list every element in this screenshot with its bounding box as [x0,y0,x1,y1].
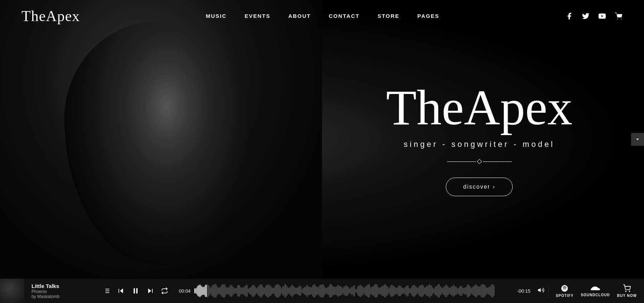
waveform-bar [380,287,381,294]
waveform-bar [209,286,210,295]
nav-item-contact[interactable]: CONTACT [329,13,360,19]
cart-nav-icon[interactable] [615,12,623,20]
nav-item-pages[interactable]: PAGES [418,13,439,19]
waveform-bar [259,285,259,296]
waveform-bar [308,287,309,295]
waveform-bar [337,285,338,296]
waveform-bar [339,286,340,296]
waveform-bar [439,284,440,298]
facebook-icon[interactable] [565,12,573,20]
divider-diamond [477,159,482,164]
nav-link-events[interactable]: EVENTS [245,13,270,19]
waveform-bar [305,287,306,295]
waveform-bar [415,286,416,295]
waveform-bar [347,286,347,296]
youtube-icon[interactable] [598,12,606,20]
waveform-bar [252,285,253,297]
waveform-bar [214,284,214,298]
waveform-bar [482,284,483,298]
waveform-bar [434,289,434,293]
waveform-bar [338,285,339,297]
waveform-bar [297,287,298,295]
waveform-bar [243,288,243,294]
waveform-bar [323,284,324,297]
waveform-bar [418,288,418,293]
waveform-bar [325,288,326,294]
waveform[interactable] [194,284,514,298]
volume-icon[interactable] [534,287,548,295]
waveform-bar [204,287,205,295]
waveform-bar [289,288,289,294]
hero-content: TheApex singer - songwriter - model disc… [386,83,572,196]
waveform-bar [321,285,322,297]
waveform-bar [196,287,197,294]
waveform-bar [270,286,271,296]
waveform-bar [222,284,223,297]
prev-icon[interactable] [117,287,125,294]
waveform-bar [257,288,257,293]
nav-item-music[interactable]: MUSIC [206,13,226,19]
waveform-bar [389,288,389,294]
waveform-bar [202,287,203,295]
waveform-bar [277,284,278,298]
soundcloud-label: SOUNDCLOUD [581,293,610,297]
nav-item-about[interactable]: ABOUT [288,13,311,19]
next-icon[interactable] [147,287,154,294]
waveform-bar [451,286,452,295]
waveform-bar [283,286,284,296]
repeat-icon[interactable] [161,287,168,294]
waveform-bar [296,288,297,294]
waveform-bar [355,289,356,293]
waveform-bar [314,284,315,298]
waveform-bar [416,287,417,294]
nav-item-events[interactable]: EVENTS [245,13,270,19]
waveform-bar [249,288,250,294]
waveform-bar [203,287,204,294]
nav-link-contact[interactable]: CONTACT [329,13,360,19]
waveform-bar [336,287,337,295]
nav-link-about[interactable]: ABOUT [288,13,311,19]
waveform-bar [353,285,354,297]
discover-button[interactable]: discover › [446,178,513,196]
buy-now-button[interactable]: BUY NOW [617,284,637,298]
waveform-bar [206,285,207,297]
waveform-bar [481,284,482,297]
waveform-bar [263,287,264,295]
waveform-bar [194,288,195,293]
site-logo[interactable]: TheApex [21,8,80,25]
soundcloud-button[interactable]: SOUNDCLOUD [581,285,610,297]
waveform-bar [377,284,377,298]
waveform-bar [459,286,460,295]
nav-link-pages[interactable]: PAGES [418,13,439,19]
twitter-icon[interactable] [582,12,590,20]
waveform-bar [324,286,325,295]
nav-item-store[interactable]: STORE [377,13,399,19]
spotify-button[interactable]: SPOTIFY [556,284,574,298]
waveform-bar [245,286,245,295]
waveform-bar [225,286,226,295]
waveform-bar [292,284,293,297]
waveform-bar [456,287,457,294]
waveform-bar [307,284,308,298]
waveform-bar [224,284,225,297]
waveform-bar [438,284,439,298]
waveform-bar [266,285,267,297]
waveform-bar [340,286,341,295]
playlist-icon[interactable] [103,287,110,294]
waveform-bar [391,285,391,297]
waveform-bar [282,286,283,295]
svg-marker-9 [120,288,123,293]
nav-link-music[interactable]: MUSIC [206,13,226,19]
waveform-bar [352,287,353,295]
pause-icon[interactable] [132,287,140,295]
scroll-indicator[interactable] [631,133,644,146]
waveform-bar [477,285,477,296]
waveform-bar [395,287,396,294]
waveform-bar [228,287,228,294]
waveform-bar [360,285,360,297]
waveform-bar [303,288,303,294]
nav-link-store[interactable]: STORE [377,13,399,19]
waveform-bar [322,284,323,298]
waveform-bar [470,286,471,295]
track-by: by Maskatomb [31,294,89,299]
